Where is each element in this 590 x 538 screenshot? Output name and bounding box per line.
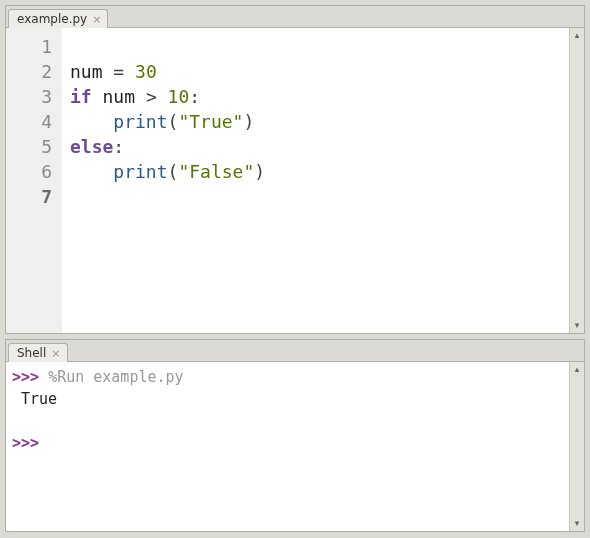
- editor-scrollbar[interactable]: ▴ ▾: [569, 28, 584, 333]
- code-line: print("False"): [70, 159, 563, 184]
- shell-tabs: Shell ×: [6, 340, 584, 362]
- line-number: 3: [18, 84, 52, 109]
- code-line: [70, 184, 563, 209]
- line-number: 6: [18, 159, 52, 184]
- shell-scrollbar[interactable]: ▴ ▾: [569, 362, 584, 531]
- code-line: [70, 34, 563, 59]
- editor-panel: example.py × 1234567 num = 30if num > 10…: [5, 5, 585, 334]
- code-line: else:: [70, 134, 563, 159]
- scroll-down-icon[interactable]: ▾: [570, 516, 584, 531]
- scroll-up-icon[interactable]: ▴: [570, 28, 584, 43]
- line-number: 2: [18, 59, 52, 84]
- shell-content-area: >>> %Run example.py True >>> ▴ ▾: [6, 362, 584, 531]
- shell-prompt: >>>: [12, 434, 39, 452]
- editor-content: 1234567 num = 30if num > 10: print("True…: [6, 28, 584, 333]
- line-number-gutter: 1234567: [6, 28, 62, 333]
- close-icon[interactable]: ×: [92, 14, 101, 25]
- code-line: if num > 10:: [70, 84, 563, 109]
- shell-panel: Shell × >>> %Run example.py True >>> ▴ ▾: [5, 339, 585, 532]
- code-line: print("True"): [70, 109, 563, 134]
- tab-example-py[interactable]: example.py ×: [8, 9, 108, 28]
- shell-prompt: >>>: [12, 368, 39, 386]
- shell-result: True: [12, 390, 57, 408]
- close-icon[interactable]: ×: [51, 348, 60, 359]
- shell-output[interactable]: >>> %Run example.py True >>>: [6, 362, 569, 531]
- line-number: 7: [18, 184, 52, 209]
- tab-shell[interactable]: Shell ×: [8, 343, 68, 362]
- line-number: 5: [18, 134, 52, 159]
- code-editor[interactable]: num = 30if num > 10: print("True")else: …: [62, 28, 569, 333]
- scroll-up-icon[interactable]: ▴: [570, 362, 584, 377]
- tab-label: Shell: [17, 346, 46, 360]
- line-number: 4: [18, 109, 52, 134]
- line-number: 1: [18, 34, 52, 59]
- tab-label: example.py: [17, 12, 87, 26]
- editor-tabs: example.py ×: [6, 6, 584, 28]
- code-line: num = 30: [70, 59, 563, 84]
- scroll-down-icon[interactable]: ▾: [570, 318, 584, 333]
- shell-run-command: %Run example.py: [48, 368, 183, 386]
